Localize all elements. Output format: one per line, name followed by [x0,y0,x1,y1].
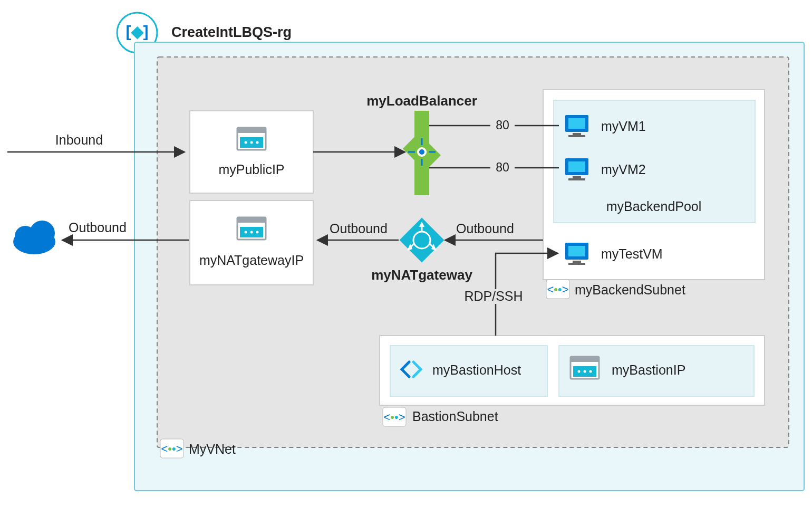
svg-rect-42 [237,217,266,223]
svg-rect-4 [190,111,313,193]
public-ip-box: myPublicIP [190,111,313,193]
backend-subnet-label: myBackendSubnet [575,282,685,297]
public-ip-label: myPublicIP [218,162,284,177]
svg-rect-28 [568,178,585,180]
bastion-subnet-label: BastionSubnet [412,409,498,424]
resource-group-title: CreateIntLBQS-rg [171,24,292,40]
svg-text:<••>: <••> [161,442,182,455]
svg-point-39 [30,221,55,246]
backend-subnet-badge-icon: <••> [546,280,569,299]
rdp-ssh-label: RDP/SSH [464,289,523,303]
bastion-subnet-badge-icon: <••> [383,407,406,426]
svg-rect-59 [571,357,599,362]
bastion-ip-label: myBastionIP [612,362,685,377]
svg-text:[◆]: [◆] [126,23,149,40]
port80-a-label: 80 [496,118,509,132]
vnet-badge-icon: <••> [160,439,183,458]
outbound-label: Outbound [69,220,127,235]
svg-rect-6 [237,128,266,133]
port80-b-label: 80 [496,160,509,174]
svg-rect-22 [568,118,585,129]
svg-point-61 [578,370,581,373]
svg-point-9 [250,141,253,144]
svg-rect-40 [190,201,313,285]
svg-point-62 [584,370,586,373]
backend-pool-label: myBackendPool [606,199,702,214]
bastion-ip-tile: myBastionIP [559,346,754,396]
svg-point-10 [256,141,259,144]
nat-gateway-title: myNATgateway [371,267,472,283]
svg-point-46 [256,231,259,234]
svg-rect-31 [573,261,581,263]
nat-gateway-ip-label: myNATgatewayIP [199,253,304,268]
inbound-label: Inbound [55,132,103,147]
bastion-host-tile: myBastionHost [390,346,547,396]
svg-point-14 [419,149,424,155]
bastion-host-label: myBastionHost [432,362,521,377]
svg-rect-23 [573,133,581,135]
svg-point-63 [589,370,592,373]
outbound2-label: Outbound [330,221,388,236]
svg-rect-27 [573,176,581,178]
vm1-label: myVM1 [601,119,646,133]
svg-rect-32 [568,263,585,265]
vnet-label: MyVNet [189,442,236,456]
svg-text:<••>: <••> [383,411,405,424]
svg-text:<••>: <••> [547,283,568,296]
svg-rect-26 [568,161,585,172]
svg-point-44 [245,231,247,234]
svg-point-45 [250,231,253,234]
svg-rect-24 [568,135,585,137]
vm2-label: myVM2 [601,162,646,177]
load-balancer-title: myLoadBalancer [366,93,477,109]
svg-point-8 [245,141,247,144]
svg-rect-30 [568,246,585,256]
test-vm-label: myTestVM [601,246,663,261]
cloud-icon [13,221,55,254]
outbound3-label: Outbound [456,221,514,236]
nat-gateway-ip-box: myNATgatewayIP [190,201,313,285]
